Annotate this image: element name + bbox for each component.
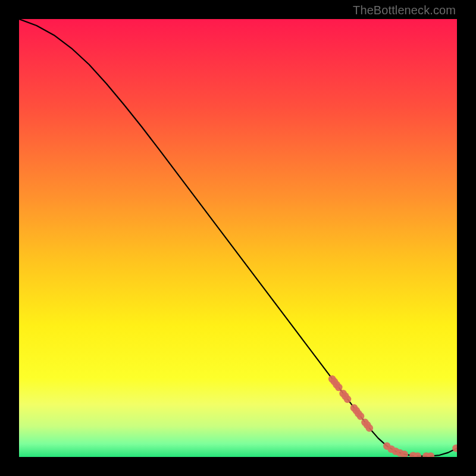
watermark-label: TheBottleneck.com	[353, 4, 456, 17]
chart-marker	[344, 396, 352, 403]
chart-plot	[19, 19, 457, 457]
chart-frame: TheBottleneck.com	[19, 19, 457, 457]
chart-marker	[357, 412, 365, 420]
chart-marker	[335, 384, 343, 392]
chart-marker	[366, 424, 374, 432]
chart-background	[19, 19, 457, 457]
